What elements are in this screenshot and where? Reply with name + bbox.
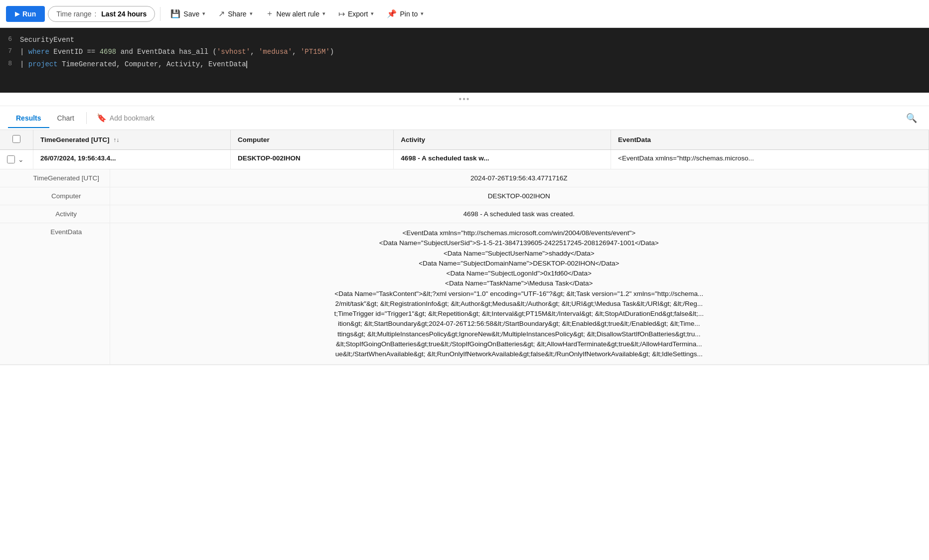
eventdata-short: <EventData xmlns="http://schemas.microso… [618,154,754,162]
cell-time: 26/07/2024, 19:56:43.4... [33,150,231,169]
time-range-prefix: Time range [56,10,91,18]
pin-label: Pin to [400,10,418,18]
results-table: TimeGenerated [UTC] ↑↓ Computer Activity… [0,130,929,365]
computer-value: DESKTOP-002IHON [238,154,301,162]
code-content-6: SecurityEvent [20,34,921,45]
field-name-activity: Activity [0,205,110,223]
detail-computer-row: Computer DESKTOP-002IHON [0,187,929,205]
bookmark-label: Add bookmark [110,114,155,122]
search-button[interactable]: 🔍 [902,111,921,126]
export-icon: ↦ [338,9,345,18]
share-button[interactable]: ↗ Share ▾ [213,5,257,22]
new-alert-label: New alert rule [277,10,319,18]
time-range-button[interactable]: Time range : Last 24 hours [48,6,155,22]
table-row: ⌄ 26/07/2024, 19:56:43.4... DESKTOP-002I… [0,150,929,169]
code-content-7: | where EventID == 4698 and EventData ha… [20,46,921,57]
col-label-activity: Activity [401,136,425,143]
pin-button[interactable]: 📌 Pin to ▾ [382,5,429,22]
col-header-time[interactable]: TimeGenerated [UTC] ↑↓ [33,130,231,150]
export-label: Export [348,10,368,18]
detail-eventdata-row: EventData <EventData xmlns="http://schem… [0,223,929,365]
tab-separator [86,112,87,124]
cell-computer: DESKTOP-002IHON [231,150,394,169]
detail-table: TimeGenerated [UTC] 2024-07-26T19:56:43.… [0,169,929,365]
field-name-time: TimeGenerated [UTC] [0,169,110,187]
pin-caret-icon: ▾ [421,10,424,17]
col-header-activity[interactable]: Activity [394,130,611,150]
row-checkbox[interactable] [7,155,15,163]
row-controls: ⌄ [0,150,33,169]
main-content: 6 SecurityEvent 7 | where EventID == 469… [0,28,929,560]
detail-time-row: TimeGenerated [UTC] 2024-07-26T19:56:43.… [0,169,929,187]
code-line-7: 7 | where EventID == 4698 and EventData … [0,46,929,58]
col-label-computer: Computer [238,136,270,143]
share-icon: ↗ [218,9,225,18]
detail-activity-row: Activity 4698 - A scheduled task was cre… [0,205,929,223]
cell-eventdata: <EventData xmlns="http://schemas.microso… [611,150,929,169]
time-value: 26/07/2024, 19:56:43.4... [40,154,116,162]
export-caret-icon: ▾ [371,10,374,17]
line-number-6: 6 [0,34,20,45]
select-all-checkbox[interactable] [12,135,20,143]
col-header-eventdata[interactable]: EventData [611,130,929,150]
export-button[interactable]: ↦ Export ▾ [333,5,379,22]
field-value-activity: 4698 - A scheduled task was created. [110,205,929,223]
save-label: Save [183,10,199,18]
save-button[interactable]: 💾 Save ▾ [165,5,210,22]
play-icon: ▶ [15,10,19,17]
sort-icon-time: ↑↓ [113,137,119,143]
col-label-time: TimeGenerated [UTC] [40,136,110,143]
line-number-7: 7 [0,46,20,57]
code-editor[interactable]: 6 SecurityEvent 7 | where EventID == 469… [0,28,929,93]
drag-handle[interactable]: ••• [0,93,929,106]
expand-button[interactable]: ⌄ [16,154,26,164]
col-header-computer[interactable]: Computer [231,130,394,150]
save-caret-icon: ▾ [202,10,205,17]
add-bookmark-button[interactable]: 🔖 Add bookmark [91,109,160,127]
field-value-eventdata: <EventData xmlns="http://schemas.microso… [110,223,929,365]
new-alert-button[interactable]: ＋ New alert rule ▾ [261,5,330,22]
field-value-time: 2024-07-26T19:56:43.4771716Z [110,169,929,187]
toolbar: ▶ Run Time range : Last 24 hours 💾 Save … [0,0,929,28]
search-icon: 🔍 [906,113,917,123]
field-name-computer: Computer [0,187,110,205]
detail-row: TimeGenerated [UTC] 2024-07-26T19:56:43.… [0,169,929,365]
results-toolbar: Results Chart 🔖 Add bookmark 🔍 [0,106,929,130]
field-value-computer: DESKTOP-002IHON [110,187,929,205]
save-icon: 💾 [170,9,180,18]
separator-1 [160,7,160,21]
time-range-value: Last 24 hours [101,10,147,18]
tab-results[interactable]: Results [8,108,49,128]
cell-activity: 4698 - A scheduled task w... [394,150,611,169]
detail-cell: TimeGenerated [UTC] 2024-07-26T19:56:43.… [0,169,929,365]
code-line-8: 8 | project TimeGenerated, Computer, Act… [0,58,929,70]
toolbar-right: 🔍 [902,111,921,126]
code-line-6: 6 SecurityEvent [0,34,929,46]
share-label: Share [228,10,246,18]
tab-chart[interactable]: Chart [49,108,82,128]
bookmark-icon: 🔖 [97,113,107,123]
line-number-8: 8 [0,59,20,69]
table-header-row: TimeGenerated [UTC] ↑↓ Computer Activity… [0,130,929,150]
select-all-header [0,130,33,150]
field-name-eventdata: EventData [0,223,110,365]
alert-caret-icon: ▾ [322,10,325,17]
pin-icon: 📌 [387,9,397,18]
plus-icon: ＋ [266,8,274,19]
code-content-8: | project TimeGenerated, Computer, Activ… [20,59,921,70]
results-table-wrap[interactable]: TimeGenerated [UTC] ↑↓ Computer Activity… [0,130,929,560]
col-label-eventdata: EventData [618,136,651,143]
run-label: Run [22,10,36,18]
share-caret-icon: ▾ [250,10,253,17]
activity-value: 4698 - A scheduled task w... [401,154,489,162]
drag-dots: ••• [459,95,470,103]
run-button[interactable]: ▶ Run [6,6,45,22]
